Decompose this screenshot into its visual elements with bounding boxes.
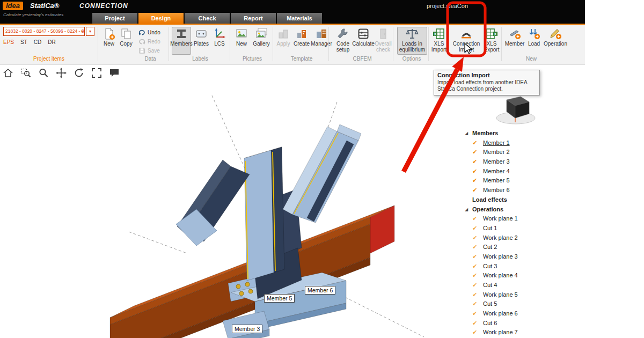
- overall-check-button[interactable]: Overall check: [374, 27, 393, 55]
- tree-item-label[interactable]: Cut 1: [483, 225, 497, 231]
- project-items-expand-button[interactable]: ▾: [86, 27, 94, 36]
- xls-import-button[interactable]: X XLS Import: [430, 27, 448, 55]
- ribbon-tab[interactable]: Check: [185, 13, 230, 24]
- xls-export-button[interactable]: X XLS Export: [483, 27, 500, 55]
- tree-item-label[interactable]: Work plane 1: [483, 215, 518, 222]
- check-icon[interactable]: ✔: [472, 233, 481, 243]
- check-icon[interactable]: ✔: [472, 252, 481, 262]
- check-icon[interactable]: ✔: [472, 224, 481, 233]
- apply-template-button[interactable]: Apply: [275, 27, 292, 55]
- tree-item[interactable]: ◢ ✔ Member 3: [463, 157, 578, 167]
- tree-item-label[interactable]: Work plane 2: [483, 234, 518, 241]
- tree-item-label[interactable]: Work plane 3: [483, 253, 518, 260]
- zoom-icon[interactable]: [38, 67, 49, 79]
- expander-icon[interactable]: ◢: [465, 205, 468, 215]
- tree-item-label[interactable]: Work plane 6: [483, 310, 518, 317]
- tree-item[interactable]: ◢ ✔ Work plane 5: [463, 290, 578, 300]
- loads-in-equilibrium-toggle[interactable]: Loads in equilibrium: [397, 27, 427, 55]
- tree-item[interactable]: ◢ ✔ Work plane 7: [463, 328, 578, 337]
- tree-item-label[interactable]: Load effects: [472, 196, 507, 203]
- tree-item-label[interactable]: Member 3: [483, 158, 510, 165]
- tree-item[interactable]: ◢ ✔ Cut 5: [463, 299, 578, 309]
- tree-item-label[interactable]: Member 5: [483, 177, 510, 183]
- calculate-button[interactable]: Calculate: [354, 27, 372, 55]
- tree-item-label[interactable]: Work plane 7: [483, 329, 518, 335]
- code-cd[interactable]: CD: [34, 39, 41, 45]
- code-setup-button[interactable]: Code setup: [333, 27, 353, 55]
- home-icon[interactable]: [2, 67, 14, 79]
- tree-item-label[interactable]: Members: [472, 130, 498, 136]
- tree-item-label[interactable]: Cut 4: [483, 282, 497, 288]
- check-icon[interactable]: ✔: [472, 328, 481, 337]
- ribbon-tab[interactable]: Report: [231, 13, 276, 24]
- navigation-cube[interactable]: [493, 91, 539, 126]
- check-icon[interactable]: ✔: [472, 148, 481, 157]
- tree-item[interactable]: ◢ ✔ Load effects: [463, 195, 578, 205]
- tree-item-label[interactable]: Member 6: [483, 187, 510, 193]
- tree-item[interactable]: ◢ ✔ Work plane 4: [463, 271, 578, 281]
- redo-button[interactable]: Redo: [138, 38, 160, 45]
- zoom-fit-icon[interactable]: [91, 67, 103, 79]
- tree-item[interactable]: ◢ ✔ Cut 3: [463, 262, 578, 271]
- new-operation-button[interactable]: Operation: [543, 27, 568, 55]
- new-load-button[interactable]: Load: [526, 27, 542, 55]
- tree-item[interactable]: ◢ ✔ Member 1: [463, 138, 578, 148]
- tree-item[interactable]: ◢ ✔ Cut 1: [463, 224, 578, 233]
- tree-item[interactable]: ◢ ✔ Work plane 1: [463, 214, 578, 224]
- check-icon[interactable]: ✔: [472, 138, 481, 148]
- undo-button[interactable]: Undo: [138, 28, 160, 36]
- code-st[interactable]: ST: [20, 39, 27, 45]
- ribbon-tab[interactable]: Project: [92, 13, 137, 24]
- members-labels-toggle[interactable]: Members: [172, 27, 191, 55]
- check-icon[interactable]: ✔: [472, 176, 481, 186]
- check-icon[interactable]: ✔: [472, 319, 481, 328]
- code-dr[interactable]: DR: [48, 39, 55, 45]
- tree-item[interactable]: ◢ ✔ Member 4: [463, 167, 578, 177]
- check-icon[interactable]: ✔: [472, 262, 481, 271]
- tree-item-label[interactable]: Work plane 4: [483, 272, 518, 278]
- new-member-button[interactable]: Member: [504, 27, 525, 55]
- tree-item-label[interactable]: Cut 3: [483, 263, 497, 269]
- check-icon[interactable]: ✔: [472, 167, 481, 177]
- tree-item-label[interactable]: Work plane 5: [483, 291, 518, 298]
- copy-button[interactable]: Copy: [118, 27, 134, 55]
- create-template-button[interactable]: Create: [293, 27, 310, 55]
- connection-import-button[interactable]: Connection Import: [451, 27, 482, 55]
- tree-item[interactable]: ◢ ✔ Cut 6: [463, 319, 578, 328]
- check-icon[interactable]: ✔: [472, 186, 481, 195]
- tree-item-label[interactable]: Member 1: [483, 139, 510, 146]
- member-label-3[interactable]: Member 3: [232, 325, 262, 333]
- tree-item[interactable]: ◢ ✔ Member 5: [463, 176, 578, 186]
- tree-item[interactable]: ◢ ✔ Member 2: [463, 148, 578, 157]
- new-picture-button[interactable]: New: [233, 27, 250, 55]
- check-icon[interactable]: ✔: [472, 243, 481, 252]
- pan-icon[interactable]: [55, 67, 67, 79]
- save-button[interactable]: Save: [138, 47, 160, 54]
- comment-icon[interactable]: [108, 67, 120, 79]
- zoom-window-icon[interactable]: [20, 67, 32, 79]
- tree-item-label[interactable]: Operations: [472, 206, 503, 212]
- check-icon[interactable]: ✔: [472, 299, 481, 309]
- tree-item[interactable]: ◢ ✔ Cut 4: [463, 281, 578, 290]
- check-icon[interactable]: ✔: [472, 157, 481, 167]
- check-icon[interactable]: ✔: [472, 290, 481, 300]
- tree-item[interactable]: ◢ ✔ Work plane 2: [463, 233, 578, 243]
- project-items-dropdown[interactable]: 21832 - 8020 - 8247 - 50096 - 8224 - 8 ▾: [3, 27, 85, 36]
- tree-item-label[interactable]: Member 2: [483, 149, 510, 155]
- member-label-5[interactable]: Member 5: [264, 294, 295, 303]
- check-icon[interactable]: ✔: [472, 214, 481, 224]
- check-icon[interactable]: ✔: [472, 271, 481, 281]
- tree-item-label[interactable]: Member 4: [483, 168, 510, 174]
- tree-item-label[interactable]: Cut 6: [483, 320, 497, 326]
- ribbon-tab[interactable]: Design: [138, 13, 184, 24]
- lcs-toggle[interactable]: LCS: [211, 27, 228, 55]
- member-label-6[interactable]: Member 6: [305, 286, 335, 295]
- tree-item[interactable]: ◢ ✔ Work plane 3: [463, 252, 578, 262]
- expander-icon[interactable]: ◢: [465, 129, 468, 138]
- check-icon[interactable]: ✔: [472, 281, 481, 290]
- new-project-item-button[interactable]: New: [101, 27, 117, 55]
- tree-item[interactable]: ◢ ✔ Member 6: [463, 186, 578, 195]
- rotate-icon[interactable]: [73, 67, 85, 79]
- tree-item-label[interactable]: Cut 5: [483, 300, 497, 307]
- tree-item[interactable]: ◢ ✔ Members: [463, 129, 578, 138]
